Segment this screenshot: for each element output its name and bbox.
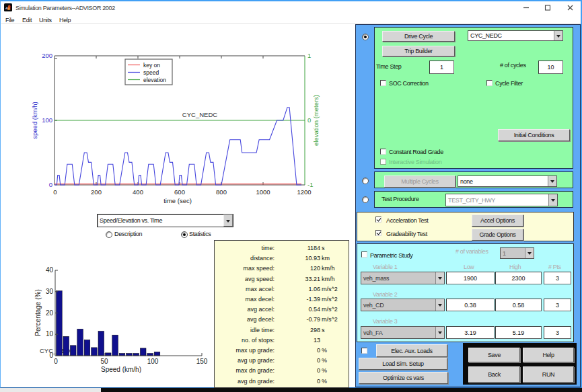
svg-text:30: 30 (46, 288, 54, 295)
svg-text:40: 40 (46, 266, 54, 274)
svg-text:100: 100 (147, 358, 159, 365)
svg-text:100: 100 (42, 116, 52, 124)
svg-text:0: 0 (53, 188, 57, 196)
svg-text:time (sec): time (sec) (163, 197, 192, 204)
svg-text:20: 20 (46, 309, 54, 317)
svg-text:600: 600 (174, 188, 185, 196)
svg-text:0: 0 (54, 358, 58, 365)
svg-text:Speed (km/h): Speed (km/h) (101, 366, 141, 373)
svg-text:elevation (meters): elevation (meters) (312, 95, 320, 146)
svg-text:speed: speed (143, 69, 159, 76)
svg-text:elevation: elevation (143, 77, 166, 83)
svg-text:150: 150 (196, 358, 208, 365)
svg-text:1: 1 (307, 52, 311, 59)
svg-text:Percentage (%): Percentage (%) (34, 289, 42, 336)
svg-text:10: 10 (46, 330, 54, 338)
svg-text:-1: -1 (307, 181, 313, 188)
svg-text:CYC_NEDC: CYC_NEDC (182, 111, 217, 118)
svg-text:speed (km/h): speed (km/h) (31, 102, 38, 139)
svg-text:50: 50 (100, 358, 108, 365)
svg-text:800: 800 (216, 188, 227, 196)
svg-text:0: 0 (49, 181, 52, 188)
svg-text:1000: 1000 (256, 188, 270, 196)
svg-text:0: 0 (307, 116, 311, 124)
svg-text:400: 400 (133, 188, 143, 196)
svg-text:key on: key on (143, 62, 160, 69)
svg-text:200: 200 (42, 52, 52, 59)
svg-text:200: 200 (91, 188, 102, 196)
svg-text:0: 0 (49, 352, 53, 359)
svg-text:1200: 1200 (297, 188, 311, 196)
